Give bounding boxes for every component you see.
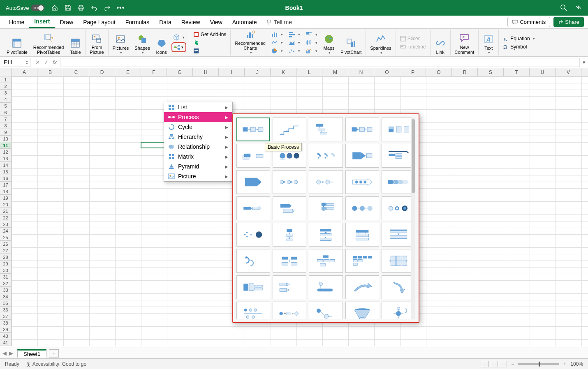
timeline-button[interactable]: Timeline bbox=[398, 43, 428, 51]
smartart-button[interactable]: ▾ bbox=[171, 42, 186, 52]
row-header[interactable]: 36 bbox=[0, 307, 12, 313]
col-header[interactable]: P bbox=[400, 68, 426, 76]
col-header[interactable]: M bbox=[322, 68, 348, 76]
col-header[interactable]: L bbox=[296, 68, 322, 76]
col-header[interactable]: E bbox=[115, 68, 141, 76]
smartart-menu-picture[interactable]: Picture▶ bbox=[164, 171, 232, 181]
ribbon-display-icon[interactable] bbox=[575, 4, 582, 12]
smartart-menu-hierarchy[interactable]: Hierarchy▶ bbox=[164, 132, 232, 142]
row-header[interactable]: 8 bbox=[0, 122, 12, 129]
col-header[interactable]: I bbox=[219, 68, 245, 76]
undo-icon[interactable] bbox=[90, 4, 98, 12]
smartart-layout-option[interactable] bbox=[273, 275, 306, 299]
row-header[interactable]: 15 bbox=[0, 168, 12, 175]
smartart-layout-option[interactable]: ›› bbox=[382, 196, 415, 220]
tell-me[interactable]: Tell me bbox=[266, 19, 292, 25]
smartart-layout-option[interactable] bbox=[273, 249, 306, 273]
view-mode-buttons[interactable] bbox=[481, 361, 507, 367]
more-icon[interactable]: ••• bbox=[117, 4, 124, 12]
col-header[interactable]: U bbox=[530, 68, 556, 76]
next-sheet-button[interactable]: ▶ bbox=[9, 350, 13, 356]
row-header[interactable]: 39 bbox=[0, 326, 12, 333]
line-chart-button[interactable] bbox=[270, 39, 285, 46]
tab-data[interactable]: Data bbox=[154, 16, 176, 28]
tab-home[interactable]: Home bbox=[4, 16, 29, 28]
from-picture-button[interactable]: From Picture bbox=[88, 30, 105, 55]
row-header[interactable]: 29 bbox=[0, 261, 12, 267]
search-icon[interactable] bbox=[560, 4, 567, 12]
row-header[interactable]: 21 bbox=[0, 208, 12, 214]
smartart-layout-option[interactable] bbox=[382, 170, 415, 194]
print-icon[interactable] bbox=[77, 4, 85, 12]
smartart-layout-option[interactable]: —— bbox=[273, 118, 306, 141]
row-header[interactable]: 34 bbox=[0, 293, 12, 300]
row-header[interactable]: 25 bbox=[0, 234, 12, 241]
col-header[interactable]: K bbox=[271, 68, 296, 76]
smartart-layout-option[interactable] bbox=[382, 118, 415, 141]
smartart-layout-option[interactable] bbox=[236, 275, 270, 299]
pie-chart-button[interactable] bbox=[270, 47, 285, 55]
row-header[interactable]: 40 bbox=[0, 333, 12, 339]
save-icon[interactable] bbox=[64, 4, 72, 12]
row-header[interactable]: 10 bbox=[0, 136, 12, 142]
smartart-menu-cycle[interactable]: Cycle▶ bbox=[164, 122, 232, 132]
col-header[interactable]: N bbox=[348, 68, 374, 76]
row-header[interactable]: 16 bbox=[0, 175, 12, 182]
zoom-out-button[interactable]: − bbox=[511, 361, 514, 367]
smartart-layout-option[interactable] bbox=[345, 118, 379, 141]
smartart-layout-option[interactable] bbox=[309, 249, 343, 273]
row-header[interactable]: 6 bbox=[0, 109, 12, 116]
get-addins-button[interactable]: Get Add-ins bbox=[192, 31, 228, 38]
zoom-level[interactable]: 100% bbox=[570, 361, 583, 367]
combo-chart-button[interactable] bbox=[304, 47, 319, 55]
row-header[interactable]: 26 bbox=[0, 241, 12, 247]
link-button[interactable]: Link bbox=[433, 30, 448, 55]
smartart-layout-option[interactable]: ›› bbox=[236, 223, 270, 247]
3d-models-button[interactable] bbox=[171, 33, 186, 42]
row-header[interactable]: 5 bbox=[0, 103, 12, 109]
row-header[interactable]: 2 bbox=[0, 83, 12, 90]
smartart-layout-option[interactable] bbox=[382, 302, 415, 319]
smartart-menu-process[interactable]: Process▶ bbox=[164, 112, 232, 122]
icons-button[interactable]: Icons bbox=[154, 30, 169, 55]
autosave-toggle[interactable]: AutoSave OFF bbox=[6, 5, 44, 11]
tab-view[interactable]: View bbox=[205, 16, 227, 28]
smartart-layout-option[interactable] bbox=[309, 170, 343, 194]
smartart-layout-option[interactable] bbox=[345, 223, 379, 247]
col-header[interactable]: G bbox=[167, 68, 193, 76]
row-header[interactable]: 22 bbox=[0, 214, 12, 221]
row-header[interactable]: 41 bbox=[0, 339, 12, 346]
sparklines-button[interactable]: Sparklines bbox=[368, 30, 393, 55]
equation-button[interactable]: πEquation bbox=[501, 35, 536, 42]
row-header[interactable]: 14 bbox=[0, 162, 12, 168]
smartart-menu-matrix[interactable]: Matrix▶ bbox=[164, 152, 232, 161]
expand-formula-bar[interactable]: ▾ bbox=[580, 59, 588, 65]
smartart-layout-option[interactable]: += bbox=[273, 302, 306, 319]
row-header[interactable]: 4 bbox=[0, 96, 12, 103]
tab-formulas[interactable]: Formulas bbox=[120, 16, 154, 28]
symbol-button[interactable]: ΩSymbol bbox=[501, 43, 536, 51]
zoom-in-button[interactable]: + bbox=[563, 361, 566, 367]
smartart-layout-option[interactable] bbox=[309, 144, 343, 168]
recommended-pivot-button[interactable]: Recommended PivotTables bbox=[32, 30, 66, 55]
smartart-layout-option[interactable] bbox=[345, 302, 379, 319]
share-button[interactable]: Share bbox=[553, 17, 584, 27]
row-header[interactable]: 3 bbox=[0, 90, 12, 96]
row-header[interactable]: 24 bbox=[0, 228, 12, 234]
new-comment-button[interactable]: New Comment bbox=[453, 30, 476, 55]
gallery-scrollbar[interactable] bbox=[411, 118, 415, 319]
smartart-layout-option[interactable] bbox=[273, 223, 306, 247]
tab-draw[interactable]: Draw bbox=[55, 16, 78, 28]
select-all-button[interactable] bbox=[0, 68, 12, 76]
row-header[interactable]: 17 bbox=[0, 182, 12, 188]
pivot-chart-button[interactable]: PivotChart bbox=[339, 30, 363, 55]
table-button[interactable]: Table bbox=[68, 30, 83, 55]
column-chart-button[interactable] bbox=[270, 31, 285, 38]
smartart-layout-option[interactable] bbox=[382, 223, 415, 247]
bing-maps-addin[interactable] bbox=[192, 39, 228, 46]
row-header[interactable]: 28 bbox=[0, 254, 12, 261]
smartart-layout-option[interactable] bbox=[382, 275, 415, 299]
bar-chart-button[interactable] bbox=[287, 31, 302, 38]
row-header[interactable]: 20 bbox=[0, 201, 12, 208]
row-header[interactable]: 7 bbox=[0, 116, 12, 122]
